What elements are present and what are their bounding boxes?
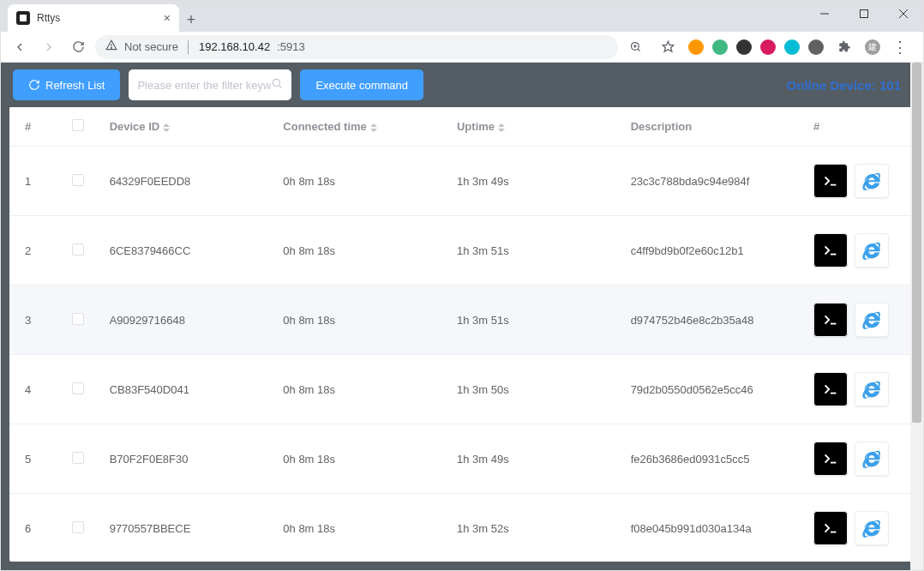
- row-checkbox[interactable]: [72, 174, 84, 186]
- row-checkbox[interactable]: [72, 382, 84, 394]
- nav-forward-button[interactable]: [37, 35, 61, 59]
- window-maximize-button[interactable]: [844, 1, 884, 27]
- not-secure-label: Not secure: [124, 40, 178, 53]
- web-button[interactable]: [855, 372, 889, 406]
- col-header-actions: #: [805, 107, 915, 147]
- terminal-button[interactable]: [813, 164, 848, 198]
- cell-checkbox: [55, 494, 100, 562]
- extension-icon-5[interactable]: [808, 39, 824, 55]
- window-controls: [805, 1, 923, 32]
- table-row: 26CE8379466CC0h 8m 18s1h 3m 51sc4ff9bd9b…: [9, 216, 915, 286]
- cell-index: 5: [9, 424, 55, 494]
- web-button[interactable]: [855, 442, 889, 476]
- svg-rect-13: [821, 171, 840, 190]
- page-content: Refresh List Execute command Online Devi…: [1, 63, 923, 570]
- cell-checkbox: [55, 424, 100, 494]
- cell-uptime: 1h 3m 51s: [448, 216, 622, 286]
- cell-description: 23c3c788bda9c94e984f: [622, 147, 805, 216]
- extensions-button[interactable]: [832, 35, 856, 59]
- web-button[interactable]: [855, 164, 889, 198]
- cell-index: 6: [9, 494, 55, 562]
- svg-rect-15: [821, 241, 840, 260]
- cell-description: d974752b46e8c2b35a48: [622, 286, 805, 355]
- select-all-checkbox[interactable]: [72, 119, 84, 131]
- cell-uptime: 1h 3m 50s: [448, 355, 622, 424]
- extension-icon-3[interactable]: [760, 39, 776, 55]
- not-secure-icon: [105, 39, 117, 54]
- svg-line-12: [279, 86, 282, 88]
- sort-icon: [370, 123, 377, 132]
- svg-rect-1: [861, 10, 868, 18]
- terminal-button[interactable]: [813, 233, 848, 267]
- execute-command-button[interactable]: Execute command: [300, 69, 423, 100]
- web-button[interactable]: [855, 303, 889, 337]
- terminal-button[interactable]: [813, 442, 848, 476]
- cell-device-id: 6CE8379466CC: [101, 216, 275, 286]
- row-checkbox[interactable]: [72, 452, 84, 464]
- terminal-button[interactable]: [813, 303, 848, 337]
- zoom-icon[interactable]: [623, 35, 647, 59]
- cell-connected: 0h 8m 18s: [274, 494, 448, 562]
- browser-tab-bar: Rttys × +: [1, 1, 923, 32]
- cell-index: 1: [9, 147, 55, 216]
- nav-back-button[interactable]: [8, 35, 32, 59]
- nav-reload-button[interactable]: [66, 35, 90, 59]
- cell-actions: [805, 216, 915, 286]
- table-row: 69770557BBECE0h 8m 18s1h 3m 52sf08e045b9…: [9, 494, 915, 562]
- row-checkbox[interactable]: [72, 521, 84, 533]
- browser-menu-button[interactable]: ⋮: [889, 38, 911, 57]
- browser-address-bar: Not secure │ 192.168.10.42:5913 建 ⋮: [1, 32, 923, 63]
- cell-description: c4ff9bd9b0f2e60c12b1: [622, 216, 805, 286]
- browser-tab[interactable]: Rttys ×: [8, 4, 179, 32]
- web-button[interactable]: [855, 511, 889, 545]
- svg-point-5: [111, 47, 112, 48]
- refresh-icon: [28, 79, 40, 91]
- cell-index: 4: [9, 355, 55, 424]
- table-row: 3A909297166480h 8m 18s1h 3m 51sd974752b4…: [9, 286, 915, 355]
- scrollbar-thumb[interactable]: [912, 63, 921, 423]
- row-checkbox[interactable]: [72, 313, 84, 325]
- svg-rect-19: [821, 380, 840, 399]
- cell-device-id: B70F2F0E8F30: [101, 424, 275, 494]
- cell-device-id: 9770557BBECE: [101, 494, 275, 562]
- profile-avatar[interactable]: 建: [865, 39, 880, 55]
- cell-description: 79d2b0550d0562e5cc46: [622, 355, 805, 424]
- cell-uptime: 1h 3m 52s: [448, 494, 622, 562]
- row-checkbox[interactable]: [72, 243, 84, 255]
- close-tab-icon[interactable]: ×: [164, 11, 171, 25]
- bookmark-icon[interactable]: [656, 35, 680, 59]
- svg-rect-17: [821, 310, 840, 329]
- tab-favicon: [16, 11, 30, 25]
- sort-icon: [498, 123, 505, 132]
- table-row: 164329F0EEDD80h 8m 18s1h 3m 49s23c3c788b…: [9, 147, 915, 216]
- window-close-button[interactable]: [884, 1, 923, 27]
- filter-input[interactable]: [137, 79, 271, 92]
- terminal-button[interactable]: [813, 511, 848, 545]
- col-header-connected[interactable]: Connected time: [274, 107, 448, 147]
- cell-connected: 0h 8m 18s: [274, 147, 448, 216]
- cell-description: f08e045b991d030a134a: [622, 494, 805, 562]
- page-toolbar: Refresh List Execute command Online Devi…: [1, 63, 923, 107]
- extension-icon-1[interactable]: [712, 39, 728, 55]
- svg-rect-23: [821, 519, 840, 538]
- table-header-row: # Device ID Connected time Uptime Descri…: [9, 107, 915, 147]
- extension-icon-4[interactable]: [784, 39, 800, 55]
- search-icon: [271, 77, 283, 93]
- new-tab-button[interactable]: +: [179, 8, 203, 32]
- omnibox-separator: │: [185, 40, 192, 53]
- cell-actions: [805, 424, 915, 494]
- web-button[interactable]: [855, 233, 889, 267]
- col-header-device-id[interactable]: Device ID: [101, 107, 275, 147]
- terminal-button[interactable]: [813, 372, 848, 406]
- table-row: 5B70F2F0E8F300h 8m 18s1h 3m 49sfe26b3686…: [9, 424, 915, 494]
- cell-actions: [805, 147, 915, 216]
- col-header-uptime[interactable]: Uptime: [448, 107, 622, 147]
- omnibox[interactable]: Not secure │ 192.168.10.42:5913: [95, 35, 618, 59]
- extension-icon-2[interactable]: [736, 39, 752, 55]
- window-minimize-button[interactable]: [805, 1, 844, 27]
- refresh-list-button[interactable]: Refresh List: [13, 69, 120, 100]
- page-scrollbar[interactable]: [910, 63, 923, 570]
- cell-checkbox: [55, 216, 100, 286]
- extension-icon-0[interactable]: [688, 39, 704, 55]
- sort-icon: [163, 123, 170, 132]
